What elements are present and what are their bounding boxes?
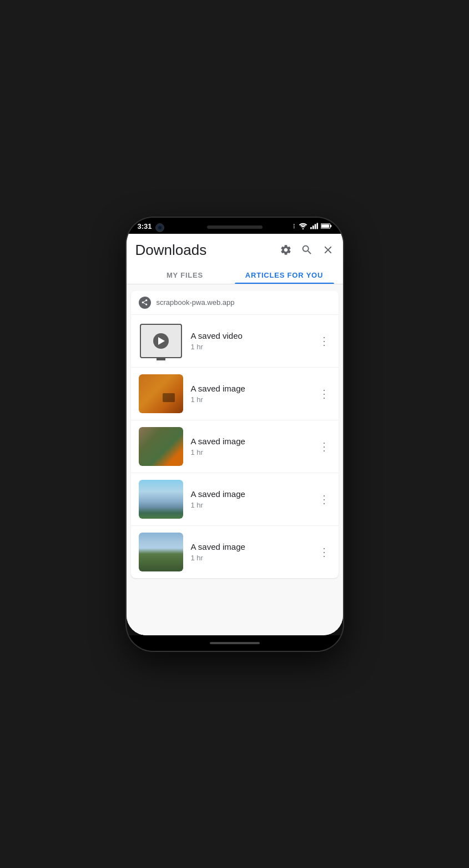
header-top: Downloads [135,242,334,259]
close-button[interactable] [322,244,334,256]
item-title: A saved image [191,436,310,446]
wifi-icon [299,223,307,229]
settings-button[interactable] [280,244,292,256]
more-options-button[interactable]: ⋮ [317,543,331,561]
more-options-button[interactable]: ⋮ [317,332,331,350]
image-thumbnail-orange [139,374,183,413]
phone-bottom [127,635,343,651]
svg-rect-2 [312,225,314,229]
battery-icon [321,223,332,229]
item-time: 1 hr [191,554,310,562]
vibrate-icon: ⫶ [293,222,296,230]
item-thumbnail-video [139,322,183,360]
svg-rect-1 [310,227,312,229]
item-content: A saved image 1 hr [191,489,310,509]
item-content: A saved video 1 hr [191,331,310,351]
image-thumbnail-food [139,427,183,466]
app-header: Downloads [127,234,343,284]
item-title: A saved image [191,384,310,393]
list-item[interactable]: A saved image 1 hr ⋮ [131,368,339,420]
source-header: scrapbook-pwa.web.app [131,291,339,315]
svg-rect-7 [321,224,329,228]
source-card: scrapbook-pwa.web.app [131,291,339,578]
video-thumbnail [140,324,182,358]
more-options-button[interactable]: ⋮ [317,385,331,403]
item-time: 1 hr [191,395,310,404]
svg-point-0 [302,228,304,229]
share-icon [141,299,148,306]
item-time: 1 hr [191,343,310,351]
signal-icon [310,223,318,229]
gear-icon [280,244,292,256]
item-thumbnail-image [139,480,183,519]
close-icon [322,244,334,256]
item-thumbnail-image [139,533,183,571]
image-thumbnail-city [139,533,183,571]
header-actions [280,244,334,256]
more-options-button[interactable]: ⋮ [317,490,331,508]
item-time: 1 hr [191,448,310,456]
item-time: 1 hr [191,501,310,509]
list-item[interactable]: A saved image 1 hr ⋮ [131,473,339,526]
camera [155,223,164,232]
item-title: A saved image [191,489,310,499]
play-triangle [158,337,165,345]
app-screen: Downloads [127,234,343,635]
source-icon [139,297,151,309]
home-indicator [210,642,260,644]
svg-rect-4 [316,223,317,229]
list-item[interactable]: A saved video 1 hr ⋮ [131,315,339,368]
tab-my-files[interactable]: MY FILES [135,265,235,284]
status-icons: ⫶ [293,222,332,230]
tabs: MY FILES ARTICLES FOR YOU [135,265,334,284]
more-options-button[interactable]: ⋮ [317,438,331,455]
image-thumbnail-lake [139,480,183,519]
list-items: A saved video 1 hr ⋮ A saved image 1 hr [131,315,339,578]
item-title: A saved video [191,331,310,340]
status-time: 3:31 [138,222,152,230]
item-title: A saved image [191,542,310,551]
source-name: scrapbook-pwa.web.app [157,298,235,307]
svg-rect-3 [314,224,316,229]
list-item[interactable]: A saved image 1 hr ⋮ [131,420,339,473]
tab-articles-for-you[interactable]: ARTICLES FOR YOU [235,265,334,284]
list-item[interactable]: A saved image 1 hr ⋮ [131,526,339,578]
app-title: Downloads [135,242,207,259]
svg-rect-6 [330,225,331,227]
item-thumbnail-image [139,374,183,413]
search-button[interactable] [301,244,313,256]
item-content: A saved image 1 hr [191,542,310,562]
content-area: scrapbook-pwa.web.app [127,284,343,635]
search-icon [301,244,313,256]
item-content: A saved image 1 hr [191,384,310,404]
play-button [153,333,169,349]
item-content: A saved image 1 hr [191,436,310,456]
phone-frame: 3:31 ⫶ [127,218,343,651]
item-thumbnail-image [139,427,183,466]
